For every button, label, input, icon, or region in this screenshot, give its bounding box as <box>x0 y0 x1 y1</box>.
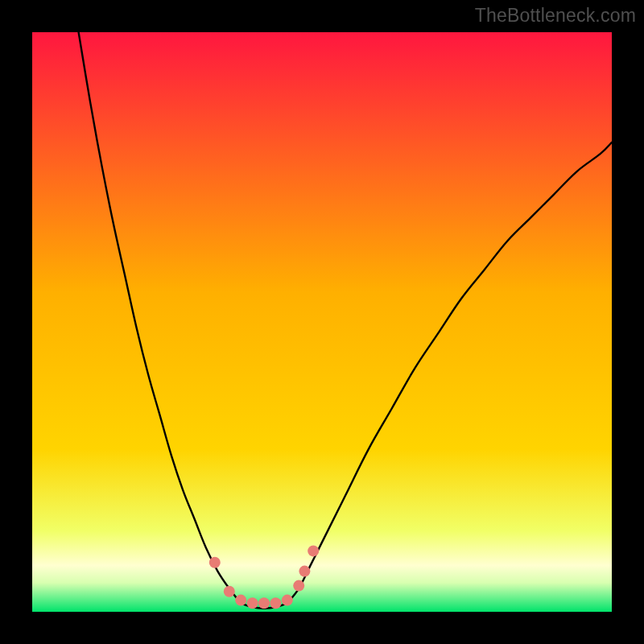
chart-frame: TheBottleneck.com <box>0 0 644 644</box>
gradient-background <box>32 32 612 612</box>
data-marker <box>235 595 246 606</box>
data-marker <box>258 597 270 609</box>
plot-area <box>32 32 612 612</box>
data-marker <box>247 597 258 609</box>
chart-svg <box>32 32 612 612</box>
data-marker <box>308 545 319 556</box>
data-marker <box>299 566 310 577</box>
data-marker <box>209 557 221 568</box>
data-marker <box>224 586 235 597</box>
data-marker <box>270 597 281 609</box>
data-marker <box>282 595 293 606</box>
data-marker <box>293 580 304 592</box>
attribution-label: TheBottleneck.com <box>475 5 636 27</box>
